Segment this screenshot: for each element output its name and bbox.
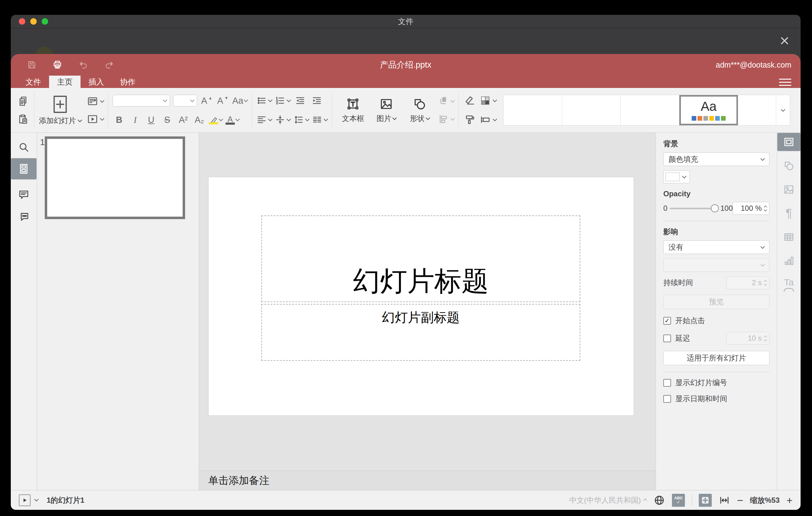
opacity-slider[interactable]	[670, 208, 715, 209]
font-name-select[interactable]	[113, 95, 170, 107]
delay-spinner[interactable]: 10 s	[726, 332, 770, 345]
shape-button[interactable]: 形状	[403, 97, 436, 123]
underline-button[interactable]: U	[145, 113, 158, 126]
slideshow-options-chevron[interactable]	[34, 497, 38, 501]
chevron-down-icon	[493, 117, 497, 121]
bold-button[interactable]: B	[113, 113, 125, 126]
columns-button[interactable]	[312, 113, 327, 126]
font-shrink-button[interactable]: A▼	[216, 94, 229, 107]
search-button[interactable]	[11, 136, 37, 158]
theme-item[interactable]	[562, 95, 621, 125]
show-date-time-row[interactable]: 显示日期和时间	[663, 394, 770, 404]
line-spacing-button[interactable]	[293, 113, 309, 126]
paragraph-settings-button[interactable]: ¶	[777, 204, 801, 223]
show-slide-number-checkbox[interactable]	[663, 379, 671, 387]
theme-item[interactable]	[621, 95, 679, 125]
arrange-button[interactable]	[438, 94, 454, 108]
slide-canvas[interactable]: 幻灯片标题 幻灯片副标题	[208, 177, 634, 416]
tab-insert[interactable]: 插入	[81, 76, 112, 88]
fill-type-select[interactable]: 颜色填充	[663, 152, 770, 166]
numbering-button[interactable]	[275, 94, 290, 107]
show-slide-number-row[interactable]: 显示幻灯片编号	[663, 378, 770, 388]
header-menu-button[interactable]	[779, 77, 791, 87]
title-placeholder[interactable]: 幻灯片标题	[261, 216, 580, 302]
language-button[interactable]: 中文(中华人民共和国)	[569, 495, 647, 505]
chevron-down-icon	[287, 117, 291, 121]
slide-thumbnail[interactable]	[45, 136, 185, 219]
header-bar: 产品介绍.pptx adm***@dootask.com	[11, 54, 801, 76]
tab-file[interactable]: 文件	[18, 76, 49, 88]
font-grow-button[interactable]: A▲	[200, 94, 213, 107]
add-slide-button[interactable]: 添加幻灯片	[39, 95, 82, 125]
theme-gallery-expand-button[interactable]	[776, 95, 790, 125]
notes-area[interactable]: 单击添加备注	[199, 470, 656, 490]
copy-style-button[interactable]	[463, 113, 477, 126]
delay-row[interactable]: 延迟 10 s	[663, 332, 770, 345]
set-language-button[interactable]	[654, 494, 665, 506]
shape-align-button[interactable]	[438, 112, 454, 126]
comments-button[interactable]	[11, 184, 37, 205]
zoom-out-button[interactable]: −	[737, 495, 743, 506]
fit-width-button[interactable]	[719, 494, 730, 506]
color-scheme-button[interactable]	[480, 94, 496, 107]
slide-settings-button[interactable]	[777, 133, 801, 151]
tab-home[interactable]: 主页	[49, 76, 81, 88]
table-settings-button[interactable]	[777, 228, 801, 246]
shape-settings-button[interactable]	[777, 156, 801, 175]
clear-style-button[interactable]	[463, 94, 477, 107]
effect-select[interactable]: 没有	[663, 240, 770, 254]
delay-checkbox[interactable]	[663, 335, 671, 342]
opacity-spinner[interactable]: 100 %	[733, 202, 770, 215]
subtitle-placeholder[interactable]: 幻灯片副标题	[261, 304, 580, 361]
duration-spinner[interactable]: 2 s	[726, 276, 770, 289]
spellcheck-button[interactable]: ABC ✓	[672, 494, 685, 507]
theme-item[interactable]	[503, 95, 562, 125]
highlight-color-button[interactable]	[209, 113, 223, 126]
delay-label: 延迟	[675, 333, 690, 343]
outdent-button[interactable]	[293, 94, 307, 107]
superscript-button[interactable]: A²	[177, 113, 190, 126]
paste-button[interactable]	[16, 112, 30, 126]
start-slideshow-button[interactable]	[19, 494, 31, 506]
chart-settings-button[interactable]	[777, 252, 801, 270]
image-settings-button[interactable]	[777, 180, 801, 199]
textart-settings-button[interactable]: Ta	[777, 275, 801, 294]
chevron-down-icon	[305, 117, 310, 121]
opacity-slider-thumb[interactable]	[711, 204, 719, 212]
close-editor-button[interactable]	[778, 34, 791, 48]
opacity-value: 100 %	[741, 204, 762, 212]
font-size-select[interactable]	[173, 95, 197, 107]
tab-collaboration[interactable]: 协作	[112, 76, 143, 88]
theme-item-selected[interactable]: Aa	[679, 95, 738, 125]
strikeout-button[interactable]: S	[161, 113, 174, 126]
indent-button[interactable]	[310, 94, 324, 107]
start-on-click-row[interactable]: ✓ 开始点击	[663, 316, 770, 325]
thumbnails-panel-button[interactable]	[11, 158, 37, 180]
slide-size-button[interactable]	[480, 113, 496, 126]
chat-button[interactable]	[11, 205, 37, 227]
font-color-button[interactable]: A	[226, 113, 239, 126]
fit-slide-button[interactable]	[699, 494, 712, 507]
bullets-button[interactable]	[256, 94, 272, 107]
image-button[interactable]: 图片	[370, 97, 403, 123]
textbox-button[interactable]: 文本框	[336, 97, 370, 123]
document-title: 产品介绍.pptx	[11, 59, 801, 70]
italic-button[interactable]: I	[129, 113, 142, 126]
fill-color-select[interactable]	[663, 170, 690, 183]
theme-item[interactable]	[738, 95, 776, 125]
start-on-click-checkbox[interactable]: ✓	[663, 317, 671, 325]
horizontal-align-button[interactable]	[256, 113, 272, 126]
start-slideshow-toolbar-button[interactable]	[87, 112, 104, 126]
show-date-time-checkbox[interactable]	[663, 395, 671, 403]
subscript-button[interactable]: A₂	[193, 113, 206, 126]
spin-down-icon[interactable]	[763, 208, 767, 211]
vertical-align-button[interactable]	[275, 113, 290, 126]
apply-to-all-button[interactable]: 适用于所有幻灯片	[663, 351, 770, 365]
change-case-button[interactable]: Aa	[232, 94, 248, 107]
zoom-in-button[interactable]: +	[786, 495, 792, 506]
preview-button[interactable]: 预览	[663, 295, 770, 309]
slide-layout-button[interactable]	[87, 94, 104, 108]
opacity-min-label: 0	[663, 204, 667, 212]
copy-button[interactable]	[16, 94, 30, 108]
effect-type-select[interactable]	[663, 258, 770, 272]
